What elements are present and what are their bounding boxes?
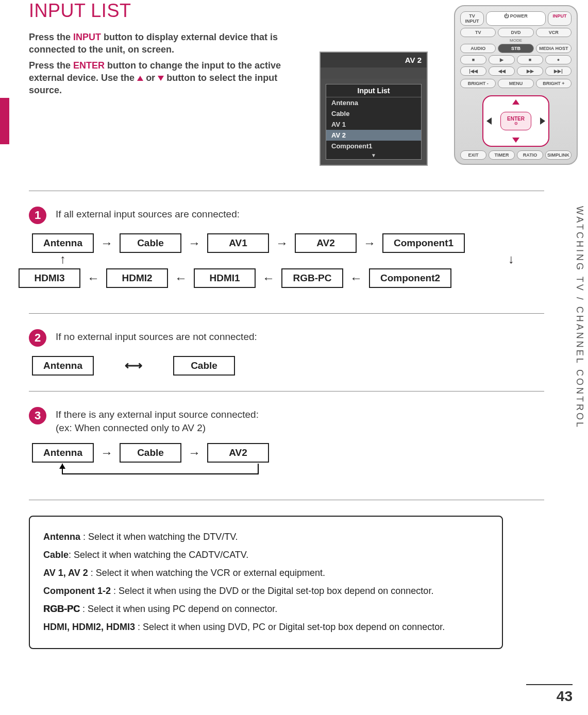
accent-tab — [0, 98, 9, 144]
flow-triple: Antenna → Cable → AV2 — [32, 443, 544, 463]
step-3-text1: If there is any external input source co… — [56, 407, 259, 420]
rew-button[interactable]: ◀◀ — [489, 66, 515, 76]
divider — [29, 313, 544, 314]
section-sidebar-label: WATCHING TV / CHANNEL CONTROL — [574, 206, 585, 464]
arrow-down-icon: ↓ — [508, 252, 514, 266]
nav-right-button[interactable] — [540, 117, 545, 125]
flow-antenna: Antenna — [32, 356, 94, 376]
divider — [29, 191, 544, 191]
osd-more-icon: ▼ — [326, 151, 421, 159]
arrow-up-icon: ↑ — [60, 252, 66, 266]
nav-down-button[interactable] — [512, 138, 519, 143]
bright-minus-button[interactable]: BRIGHT - — [460, 79, 496, 88]
mode-mediahost[interactable]: MEDIA HOST — [536, 44, 572, 53]
step-2-text: If no external input sources are not con… — [56, 329, 257, 343]
tv-input-button[interactable]: TV INPUT — [460, 11, 484, 26]
arrow-right-icon: → — [362, 236, 377, 250]
simplink-button[interactable]: SIMPLINK — [545, 150, 572, 160]
mode-label: MODE — [460, 38, 572, 43]
osd-input-list: AV 2 Input List Antenna Cable AV 1 AV 2 … — [320, 52, 428, 166]
flow-hdmi2: HDMI2 — [106, 268, 168, 288]
arrow-left-icon: ← — [348, 271, 364, 285]
divider — [29, 500, 544, 500]
osd-current-source: AV 2 — [321, 53, 427, 67]
arrow-down-icon — [158, 76, 164, 81]
nav-left-button[interactable] — [486, 117, 492, 125]
menu-button[interactable]: MENU — [498, 79, 533, 88]
term-rgbpc: RGB-PC — [43, 604, 80, 614]
arrow-right-icon: → — [187, 446, 202, 460]
flow-hdmi1: HDMI1 — [194, 268, 256, 288]
osd-item-av1[interactable]: AV 1 — [326, 119, 421, 130]
step-1: 1 If all external input sources are conn… — [29, 207, 544, 224]
bright-plus-button[interactable]: BRIGHT + — [536, 79, 572, 88]
term-hdmi: HDMI, HDMI2, HDMI3 — [43, 622, 135, 632]
mode-tv[interactable]: TV — [460, 28, 496, 37]
osd-dropdown[interactable]: Input List Antenna Cable AV 1 AV 2 Compo… — [326, 84, 422, 160]
step-2-badge: 2 — [29, 329, 46, 347]
step-1-badge: 1 — [29, 207, 46, 224]
term-component: Component 1-2 — [43, 586, 111, 596]
osd-dropdown-title: Input List — [326, 84, 421, 97]
mode-stb[interactable]: STB — [498, 44, 533, 53]
flow-pair: Antenna ⟷ Cable — [32, 356, 544, 376]
arrow-left-icon: ← — [173, 271, 189, 285]
arrow-right-icon: → — [274, 236, 290, 250]
main-content: 1 If all external input sources are conn… — [29, 175, 544, 649]
desc-hdmi: : Select it when using DVD, PC or Digita… — [135, 622, 445, 632]
osd-item-component1[interactable]: Component1 — [326, 141, 421, 151]
nav-up-button[interactable] — [512, 99, 519, 105]
loopback-arrow — [29, 464, 544, 484]
desc-av: : Select it when watching the VCR or ext… — [88, 568, 325, 578]
step-3-badge: 3 — [29, 407, 46, 424]
mode-dvd[interactable]: DVD — [498, 28, 533, 37]
intro-p2a: Press the — [29, 60, 73, 71]
osd-item-av2[interactable]: AV 2 — [326, 130, 421, 141]
arrow-bidir-icon: ⟷ — [125, 359, 142, 373]
flow-cable: Cable — [120, 443, 181, 463]
enter-button[interactable]: ENTER ⊙ — [500, 112, 531, 130]
intro-p2c: or — [146, 73, 158, 83]
osd-item-antenna[interactable]: Antenna — [326, 97, 421, 108]
flow-cable: Cable — [173, 356, 235, 376]
osd-item-cable[interactable]: Cable — [326, 108, 421, 119]
mode-vcr[interactable]: VCR — [536, 28, 572, 37]
desc-rgbpc: : Select it when using PC depend on conn… — [80, 604, 277, 614]
record-button[interactable]: ● — [545, 55, 572, 64]
arrow-right-icon: → — [187, 236, 202, 250]
mode-audio[interactable]: AUDIO — [460, 44, 496, 53]
desc-cable: : Select it when watching the CADTV/CATV… — [69, 550, 248, 560]
arrow-right-icon: → — [99, 446, 114, 460]
term-cable: Cable — [43, 550, 69, 560]
input-button[interactable]: INPUT — [548, 11, 572, 26]
prev-button[interactable]: |◀◀ — [460, 66, 486, 76]
flow-row-1: Antenna → Cable → AV1 → AV2 → Component1 — [32, 233, 544, 253]
flow-av1: AV1 — [207, 233, 269, 253]
desc-component: : Select it when using the DVD or the Di… — [111, 586, 433, 596]
flow-antenna: Antenna — [32, 233, 94, 253]
intro-text: Press the INPUT button to display extern… — [29, 31, 297, 96]
step-2: 2 If no external input sources are not c… — [29, 329, 544, 347]
next-button[interactable]: ▶▶| — [545, 66, 572, 76]
nav-pad: ENTER ⊙ — [460, 91, 572, 150]
step-1-text: If all external input sources are connec… — [56, 207, 240, 220]
input-descriptions: Antenna : Select it when watching the DT… — [29, 516, 503, 649]
intro-enter-highlight: ENTER — [73, 60, 105, 71]
play-button[interactable]: ▶ — [489, 55, 515, 64]
pause-button[interactable]: ■ — [517, 55, 543, 64]
ratio-button[interactable]: RATIO — [517, 150, 543, 160]
page-number-value: 43 — [526, 688, 573, 705]
stop-button[interactable]: ■ — [460, 55, 486, 64]
arrow-right-icon: → — [99, 236, 114, 250]
power-button[interactable]: ⏻ POWER — [486, 11, 546, 26]
timer-button[interactable]: TIMER — [489, 150, 515, 160]
term-av: AV 1, AV 2 — [43, 568, 88, 578]
exit-button[interactable]: EXIT — [460, 150, 486, 160]
intro-p1a: Press the — [29, 32, 73, 42]
step-3: 3 If there is any external input source … — [29, 407, 544, 434]
flow-component2: Component2 — [369, 268, 451, 288]
flow-row-2: HDMI3 ← HDMI2 ← HDMI1 ← RGB-PC ← Compone… — [19, 268, 544, 288]
flow-hdmi3: HDMI3 — [19, 268, 80, 288]
flow-component1: Component1 — [382, 233, 465, 253]
ff-button[interactable]: ▶▶ — [517, 66, 543, 76]
